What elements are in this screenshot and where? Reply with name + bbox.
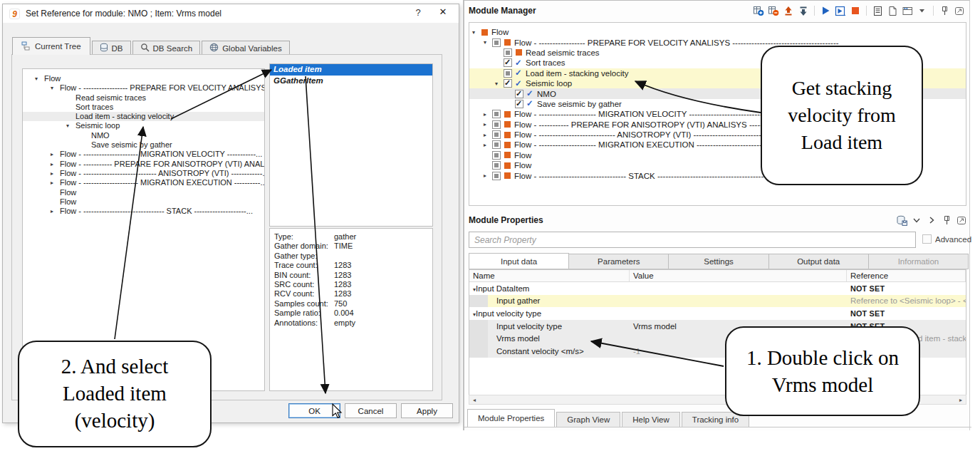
move-down-icon[interactable] [798, 5, 809, 16]
tab-parameters[interactable]: Parameters [568, 254, 669, 269]
tree-item[interactable]: NMO [23, 131, 264, 140]
module-status-icon [515, 48, 526, 57]
tab-db[interactable]: DB [92, 41, 131, 55]
module-tree-row[interactable]: ▾Flow [469, 27, 966, 37]
tree-item[interactable]: ▸Flow - ---------------------------- ANI… [23, 169, 264, 178]
list-item[interactable]: Loaded item [270, 64, 432, 76]
pin-icon[interactable] [939, 5, 950, 16]
search-property-input[interactable] [469, 232, 916, 248]
property-row[interactable]: Input gatherReference to <Seismic loop> … [469, 295, 966, 308]
expander-icon[interactable]: ▾ [35, 74, 38, 83]
expander-icon[interactable]: ▸ [484, 121, 492, 128]
callout-select-loaded-item: 2. And select Loaded item (velocity) [18, 341, 212, 447]
move-up-icon[interactable] [783, 5, 794, 16]
tab-db-search[interactable]: DB Search [132, 41, 201, 55]
module-checkbox[interactable] [504, 69, 512, 78]
module-checkbox[interactable]: ✓ [504, 58, 512, 67]
expander-icon[interactable]: ▾ [495, 81, 504, 87]
window-layout-icon[interactable] [902, 5, 913, 16]
expander-icon[interactable]: ▸ [484, 142, 492, 148]
bottom-tab-module-properties[interactable]: Module Properties [467, 409, 555, 427]
run-flow-icon[interactable] [835, 5, 846, 16]
module-checkbox[interactable] [504, 48, 512, 57]
expander-icon[interactable]: ▸ [51, 207, 53, 216]
expander-icon[interactable]: ▸ [51, 160, 53, 169]
scroll-left-icon[interactable]: ◂ [469, 397, 479, 403]
column-header-reference[interactable]: Reference [847, 270, 966, 281]
module-checkbox[interactable] [492, 161, 501, 170]
expander-icon[interactable]: ▸ [51, 178, 53, 187]
advanced-checkbox[interactable]: Advanced [922, 234, 971, 244]
module-checkbox[interactable] [492, 110, 501, 118]
add-module-icon[interactable] [753, 5, 764, 16]
column-header-name[interactable]: Name [469, 270, 630, 281]
list-item[interactable]: GGatherItem [270, 76, 432, 87]
bottom-tab-help-view[interactable]: Help View [622, 412, 680, 427]
bottom-tab-graph-view[interactable]: Graph View [556, 412, 620, 427]
ok-button[interactable]: OK [288, 403, 340, 418]
expander-icon[interactable]: ▾ [66, 121, 69, 130]
pin-icon[interactable] [941, 214, 952, 226]
db-save-icon[interactable] [896, 214, 907, 226]
tab-label: DB Search [153, 44, 193, 53]
float-icon[interactable] [956, 214, 967, 226]
new-page-icon[interactable] [887, 5, 898, 16]
expander-icon[interactable]: ▸ [484, 172, 492, 179]
tab-current-tree[interactable]: Current Tree [12, 37, 90, 55]
item-list[interactable]: Loaded itemGGatherItem [269, 63, 433, 227]
close-button[interactable]: ✕ [433, 6, 453, 21]
module-checkbox[interactable] [492, 38, 501, 47]
chevron-down-icon[interactable] [911, 214, 922, 226]
float-icon[interactable] [954, 5, 965, 16]
module-checkbox[interactable]: ✓ [515, 100, 523, 108]
tree-item[interactable]: Flow [23, 188, 264, 197]
module-checkbox[interactable] [492, 140, 501, 149]
tree-item[interactable]: Load item - stacking velocity [23, 112, 264, 121]
tree-item[interactable]: ▾Flow - ----------------- PREPARE FOR VE… [23, 83, 264, 93]
expander-icon[interactable]: ▸ [51, 169, 53, 178]
caret-down-icon[interactable] [917, 5, 928, 16]
module-properties-toolbar [896, 214, 967, 226]
column-header-value[interactable]: Value [630, 270, 847, 281]
expander-icon[interactable]: ▾ [51, 83, 53, 93]
tree-item[interactable]: ▸Flow - --------------------- MIGRATION … [23, 150, 264, 159]
flow-log-icon[interactable] [872, 5, 883, 16]
module-checkbox[interactable]: ✓ [504, 79, 512, 88]
tab-global-variables[interactable]: Global Variables [202, 41, 290, 55]
tree-item[interactable]: ▾Flow [23, 74, 264, 83]
advanced-checkbox-box[interactable] [922, 234, 932, 244]
tree-item[interactable]: Sort traces [23, 103, 264, 112]
tree-item[interactable]: ▾Seismic loop [23, 121, 264, 130]
module-checkbox[interactable] [492, 130, 501, 139]
app-icon: 9 [9, 9, 20, 19]
tab-settings[interactable]: Settings [668, 254, 768, 269]
expander-icon[interactable]: ▸ [484, 132, 492, 138]
tree-item[interactable]: Save seismic by gather [23, 140, 264, 150]
tree-item[interactable]: Read seismic traces [23, 93, 264, 103]
tree-item[interactable]: ▸Flow - --------------------- MIGRATION … [23, 178, 264, 187]
apply-button[interactable]: Apply [401, 403, 453, 418]
help-button[interactable]: ? [409, 7, 427, 21]
tree-item[interactable]: Flow [23, 197, 264, 207]
property-row[interactable]: ▾Input DataItemNOT SET [469, 282, 966, 295]
tree-item[interactable]: ▸Flow - ----------- PREPARE FOR ANISOTRO… [23, 160, 264, 169]
expander-icon[interactable]: ▾ [472, 29, 481, 36]
expander-icon[interactable]: ▸ [51, 150, 53, 159]
module-checkbox[interactable] [492, 120, 501, 129]
tab-input-data[interactable]: Input data [469, 253, 569, 269]
tab-output-data[interactable]: Output data [768, 254, 869, 269]
module-checkbox[interactable] [492, 172, 501, 180]
module-checkbox[interactable]: ✓ [515, 90, 523, 98]
expander-icon[interactable]: ▸ [484, 111, 492, 118]
chevron-right-icon[interactable] [926, 214, 937, 226]
run-icon[interactable] [820, 5, 831, 16]
tree-item[interactable]: ▸Flow - ------------------------------- … [23, 207, 264, 216]
module-checkbox[interactable] [492, 151, 501, 160]
dialog-titlebar[interactable]: 9 Set Reference for module: NMO ; Item: … [3, 4, 459, 23]
property-row[interactable]: ▾Input velocity typeNOT SET [469, 307, 966, 320]
scroll-right-icon[interactable]: ▸ [956, 397, 966, 403]
remove-module-icon[interactable] [768, 5, 779, 16]
stop-icon[interactable] [850, 5, 861, 16]
cancel-button[interactable]: Cancel [345, 403, 397, 418]
expander-icon[interactable]: ▾ [484, 39, 492, 46]
